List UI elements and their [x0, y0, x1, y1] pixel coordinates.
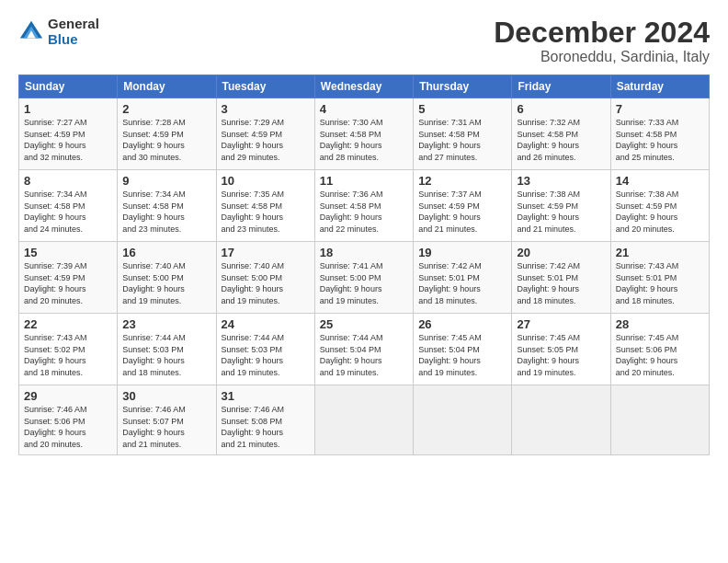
day-number: 9: [122, 174, 210, 188]
day-cell: 13Sunrise: 7:38 AMSunset: 4:59 PMDayligh…: [512, 170, 610, 242]
day-info: Sunrise: 7:28 AMSunset: 4:59 PMDaylight:…: [122, 117, 210, 163]
col-header-tuesday: Tuesday: [216, 75, 314, 98]
day-info: Sunrise: 7:45 AMSunset: 5:04 PMDaylight:…: [418, 332, 506, 378]
day-number: 20: [517, 246, 605, 259]
day-cell: 15Sunrise: 7:39 AMSunset: 4:59 PMDayligh…: [19, 242, 118, 314]
day-info: Sunrise: 7:39 AMSunset: 4:59 PMDaylight:…: [24, 260, 112, 306]
day-cell: 22Sunrise: 7:43 AMSunset: 5:02 PMDayligh…: [19, 314, 118, 385]
logo-blue-text: Blue: [48, 32, 99, 48]
col-header-wednesday: Wednesday: [314, 75, 413, 98]
day-number: 16: [122, 246, 210, 259]
day-number: 24: [222, 317, 310, 331]
day-info: Sunrise: 7:37 AMSunset: 4:59 PMDaylight:…: [418, 189, 506, 235]
day-number: 10: [222, 174, 310, 188]
day-info: Sunrise: 7:43 AMSunset: 5:02 PMDaylight:…: [24, 332, 112, 378]
day-cell: 29Sunrise: 7:46 AMSunset: 5:06 PMDayligh…: [19, 385, 118, 454]
col-header-sunday: Sunday: [19, 75, 118, 98]
main-container: General Blue December 2024 Boroneddu, Sa…: [0, 0, 728, 465]
day-cell: 17Sunrise: 7:40 AMSunset: 5:00 PMDayligh…: [216, 242, 314, 314]
day-cell: 7Sunrise: 7:33 AMSunset: 4:58 PMDaylight…: [610, 98, 709, 170]
day-cell: 11Sunrise: 7:36 AMSunset: 4:58 PMDayligh…: [314, 170, 413, 242]
day-cell: 18Sunrise: 7:41 AMSunset: 5:00 PMDayligh…: [314, 242, 413, 314]
col-header-friday: Friday: [512, 75, 610, 98]
day-cell: 10Sunrise: 7:35 AMSunset: 4:58 PMDayligh…: [216, 170, 314, 242]
day-number: 11: [320, 174, 408, 188]
col-header-thursday: Thursday: [414, 75, 512, 98]
day-info: Sunrise: 7:31 AMSunset: 4:58 PMDaylight:…: [418, 117, 506, 163]
day-cell: 2Sunrise: 7:28 AMSunset: 4:59 PMDaylight…: [118, 98, 216, 170]
day-cell: 5Sunrise: 7:31 AMSunset: 4:58 PMDaylight…: [414, 98, 512, 170]
day-cell: 4Sunrise: 7:30 AMSunset: 4:58 PMDaylight…: [314, 98, 413, 170]
day-number: 27: [517, 317, 605, 331]
day-number: 22: [24, 317, 112, 331]
logo-text: General Blue: [48, 17, 99, 47]
day-info: Sunrise: 7:46 AMSunset: 5:07 PMDaylight:…: [122, 404, 210, 450]
month-title: December 2024: [494, 17, 710, 49]
day-info: Sunrise: 7:27 AMSunset: 4:59 PMDaylight:…: [24, 117, 112, 163]
day-number: 5: [418, 102, 506, 116]
week-row-2: 8Sunrise: 7:34 AMSunset: 4:58 PMDaylight…: [19, 170, 710, 242]
day-number: 31: [222, 389, 310, 403]
day-cell: 16Sunrise: 7:40 AMSunset: 5:00 PMDayligh…: [118, 242, 216, 314]
day-number: 4: [320, 102, 408, 116]
week-row-3: 15Sunrise: 7:39 AMSunset: 4:59 PMDayligh…: [19, 242, 710, 314]
day-number: 29: [24, 389, 112, 403]
location: Boroneddu, Sardinia, Italy: [494, 49, 710, 65]
day-number: 2: [122, 102, 210, 116]
day-info: Sunrise: 7:43 AMSunset: 5:01 PMDaylight:…: [616, 260, 704, 306]
title-area: December 2024 Boroneddu, Sardinia, Italy: [494, 17, 710, 65]
day-info: Sunrise: 7:32 AMSunset: 4:58 PMDaylight:…: [517, 117, 605, 163]
day-info: Sunrise: 7:34 AMSunset: 4:58 PMDaylight:…: [24, 189, 112, 235]
day-number: 19: [418, 246, 506, 259]
day-info: Sunrise: 7:44 AMSunset: 5:03 PMDaylight:…: [222, 332, 310, 378]
col-header-monday: Monday: [118, 75, 216, 98]
day-info: Sunrise: 7:29 AMSunset: 4:59 PMDaylight:…: [222, 117, 310, 163]
day-number: 30: [122, 389, 210, 403]
day-info: Sunrise: 7:44 AMSunset: 5:04 PMDaylight:…: [320, 332, 408, 378]
day-number: 25: [320, 317, 408, 331]
day-cell: 25Sunrise: 7:44 AMSunset: 5:04 PMDayligh…: [314, 314, 413, 385]
week-row-1: 1Sunrise: 7:27 AMSunset: 4:59 PMDaylight…: [19, 98, 710, 170]
day-cell: 23Sunrise: 7:44 AMSunset: 5:03 PMDayligh…: [118, 314, 216, 385]
day-cell: 1Sunrise: 7:27 AMSunset: 4:59 PMDaylight…: [19, 98, 118, 170]
day-number: 7: [616, 102, 704, 116]
day-cell: 24Sunrise: 7:44 AMSunset: 5:03 PMDayligh…: [216, 314, 314, 385]
day-cell: 3Sunrise: 7:29 AMSunset: 4:59 PMDaylight…: [216, 98, 314, 170]
day-info: Sunrise: 7:34 AMSunset: 4:58 PMDaylight:…: [122, 189, 210, 235]
day-number: 18: [320, 246, 408, 259]
day-cell: 27Sunrise: 7:45 AMSunset: 5:05 PMDayligh…: [512, 314, 610, 385]
day-number: 13: [517, 174, 605, 188]
calendar-table: SundayMondayTuesdayWednesdayThursdayFrid…: [18, 75, 710, 454]
day-number: 8: [24, 174, 112, 188]
day-info: Sunrise: 7:40 AMSunset: 5:00 PMDaylight:…: [222, 260, 310, 306]
week-row-4: 22Sunrise: 7:43 AMSunset: 5:02 PMDayligh…: [19, 314, 710, 385]
day-cell: [314, 385, 413, 454]
week-row-5: 29Sunrise: 7:46 AMSunset: 5:06 PMDayligh…: [19, 385, 710, 454]
day-info: Sunrise: 7:45 AMSunset: 5:05 PMDaylight:…: [517, 332, 605, 378]
day-cell: 9Sunrise: 7:34 AMSunset: 4:58 PMDaylight…: [118, 170, 216, 242]
day-cell: [414, 385, 512, 454]
day-cell: 21Sunrise: 7:43 AMSunset: 5:01 PMDayligh…: [610, 242, 709, 314]
day-info: Sunrise: 7:42 AMSunset: 5:01 PMDaylight:…: [517, 260, 605, 306]
header-row: SundayMondayTuesdayWednesdayThursdayFrid…: [19, 75, 710, 98]
logo: General Blue: [18, 17, 99, 47]
day-info: Sunrise: 7:35 AMSunset: 4:58 PMDaylight:…: [222, 189, 310, 235]
day-info: Sunrise: 7:30 AMSunset: 4:58 PMDaylight:…: [320, 117, 408, 163]
day-cell: 19Sunrise: 7:42 AMSunset: 5:01 PMDayligh…: [414, 242, 512, 314]
day-cell: 31Sunrise: 7:46 AMSunset: 5:08 PMDayligh…: [216, 385, 314, 454]
day-cell: 30Sunrise: 7:46 AMSunset: 5:07 PMDayligh…: [118, 385, 216, 454]
day-info: Sunrise: 7:33 AMSunset: 4:58 PMDaylight:…: [616, 117, 704, 163]
day-cell: 20Sunrise: 7:42 AMSunset: 5:01 PMDayligh…: [512, 242, 610, 314]
day-number: 14: [616, 174, 704, 188]
logo-general-text: General: [48, 17, 99, 32]
day-info: Sunrise: 7:38 AMSunset: 4:59 PMDaylight:…: [616, 189, 704, 235]
day-info: Sunrise: 7:40 AMSunset: 5:00 PMDaylight:…: [122, 260, 210, 306]
day-number: 1: [24, 102, 112, 116]
day-cell: 26Sunrise: 7:45 AMSunset: 5:04 PMDayligh…: [414, 314, 512, 385]
day-cell: 14Sunrise: 7:38 AMSunset: 4:59 PMDayligh…: [610, 170, 709, 242]
day-number: 15: [24, 246, 112, 259]
col-header-saturday: Saturday: [610, 75, 709, 98]
day-cell: 6Sunrise: 7:32 AMSunset: 4:58 PMDaylight…: [512, 98, 610, 170]
header: General Blue December 2024 Boroneddu, Sa…: [18, 17, 710, 65]
day-info: Sunrise: 7:41 AMSunset: 5:00 PMDaylight:…: [320, 260, 408, 306]
